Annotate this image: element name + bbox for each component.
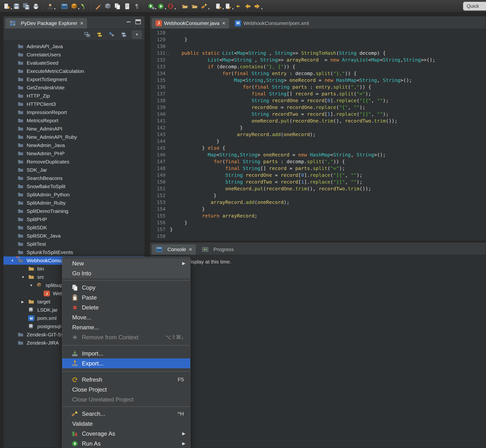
dropdown-arrow-icon[interactable]: ▾ bbox=[174, 7, 176, 10]
close-icon[interactable]: × bbox=[80, 20, 83, 26]
tree-item-getzendeskvote[interactable]: GetZendeskVote bbox=[3, 84, 145, 92]
maximize-icon[interactable] bbox=[135, 19, 141, 25]
tree-item-impressionreport[interactable]: ImpressionReport bbox=[3, 108, 145, 116]
tree-item-metricsreport[interactable]: MetricsReport bbox=[3, 116, 145, 125]
tree-item-splunktosplitevents[interactable]: SplunkToSplitEvents bbox=[3, 248, 145, 256]
tree-item-removeduplicates[interactable]: RemoveDuplicates bbox=[3, 158, 145, 166]
tree-item-exporttosegment[interactable]: ExportToSegment bbox=[3, 75, 145, 84]
menu-item-move[interactable]: Move... bbox=[62, 312, 190, 322]
save-icon[interactable] bbox=[12, 2, 21, 11]
menu-item-validate[interactable]: Validate bbox=[62, 419, 190, 429]
tree-item-evaluateseed[interactable]: EvaluateSeed bbox=[3, 59, 145, 67]
expand-arrow-icon[interactable]: ▼ bbox=[21, 275, 25, 279]
menu-item-coverage-as[interactable]: Coverage As▶ bbox=[62, 429, 190, 439]
menu-item-import[interactable]: Import... bbox=[62, 348, 190, 358]
show-whitespace-icon[interactable]: ¶ bbox=[132, 2, 141, 11]
tree-item-splittest[interactable]: SplitTest bbox=[3, 240, 145, 248]
menu-item-rename[interactable]: Rename... bbox=[62, 322, 190, 332]
tree-item-searchbeacons[interactable]: SearchBeacons bbox=[3, 174, 145, 182]
code-token: String bbox=[251, 71, 269, 76]
forward-icon[interactable]: ▾ bbox=[253, 2, 262, 11]
previous-edit-icon[interactable] bbox=[234, 2, 242, 11]
collapse-all-icon[interactable] bbox=[84, 31, 91, 39]
back-icon[interactable] bbox=[243, 2, 252, 11]
code-editor[interactable]: 128129 }130131 public static List<Map<St… bbox=[150, 29, 486, 241]
tree-item-splitphp[interactable]: SplitPHP bbox=[3, 215, 145, 224]
line-number: 156 bbox=[150, 220, 170, 226]
menu-item-close-project[interactable]: Close Project bbox=[62, 384, 190, 394]
tree-item-httpclient3[interactable]: HTTPClient3 bbox=[3, 100, 145, 108]
tree-item-splitadmin-ruby[interactable]: SplitAdmin_Ruby bbox=[3, 199, 145, 207]
tab-progress[interactable]: Progress bbox=[198, 244, 238, 255]
tree-item-splitdemotraining[interactable]: SplitDemoTraining bbox=[3, 207, 145, 215]
tree-item-correlateusers[interactable]: CorrelateUsers bbox=[3, 51, 145, 59]
user-profile-icon[interactable]: ▾ bbox=[46, 2, 55, 11]
tree-item-sdk-jar[interactable]: SDK_Jar bbox=[3, 166, 145, 174]
debug-icon[interactable]: ▾ bbox=[166, 2, 175, 11]
menu-item-copy[interactable]: Copy bbox=[62, 283, 190, 293]
bookmark-icon[interactable]: ▾ bbox=[224, 2, 233, 11]
quick-access-input[interactable]: Quick bbox=[463, 2, 486, 11]
tree-item-adminapi-java[interactable]: AdminAPI_Java bbox=[3, 42, 145, 51]
code-token: String bbox=[383, 57, 400, 63]
tree-item-new-adminapi[interactable]: New_AdminAPI bbox=[3, 125, 145, 133]
duplicate-icon[interactable] bbox=[113, 2, 122, 11]
tree-item-http-zip[interactable]: HTTP_Zip bbox=[3, 92, 145, 100]
tree-item-executemetriccalculation[interactable]: ExecuteMetricCalculation bbox=[3, 67, 145, 75]
new-package-icon[interactable]: ▾ bbox=[70, 2, 79, 11]
print-icon[interactable] bbox=[32, 2, 40, 11]
external-tools-icon[interactable]: ▾ bbox=[147, 2, 155, 11]
expand-arrow-icon[interactable]: ▼ bbox=[30, 283, 33, 287]
close-icon[interactable]: × bbox=[222, 20, 225, 26]
expand-arrow-icon[interactable]: ▶ bbox=[21, 300, 24, 304]
tab-console[interactable]: Console × bbox=[151, 244, 196, 255]
console-view-icon[interactable] bbox=[60, 2, 69, 11]
code-token: ArrayList bbox=[342, 57, 368, 63]
pydev-icon[interactable] bbox=[80, 2, 88, 11]
tab-webhookconsumer-java[interactable]: J WebhookConsumer.java × bbox=[151, 18, 229, 29]
dropdown-arrow-icon[interactable]: ▾ bbox=[261, 7, 263, 10]
tree-item-splitadmin-python[interactable]: SplitAdmin_Python bbox=[3, 191, 145, 199]
menu-item-new[interactable]: New▶ bbox=[62, 258, 190, 268]
pen-icon[interactable] bbox=[94, 2, 103, 11]
minimize-icon[interactable] bbox=[126, 19, 131, 25]
tree-item-new-adminapi-ruby[interactable]: New_AdminAPI_Ruby bbox=[3, 133, 145, 141]
view-menu-icon[interactable]: ▼ bbox=[132, 31, 142, 39]
line-number: 132 bbox=[150, 57, 170, 64]
tree-item-splitsdk[interactable]: SplitSDK bbox=[3, 224, 145, 232]
dropdown-arrow-icon[interactable]: ▾ bbox=[208, 7, 210, 10]
menu-item-run-as[interactable]: Run As▶ bbox=[62, 439, 190, 448]
new-wizard-icon[interactable]: ▾ bbox=[2, 2, 11, 11]
code-token: ); bbox=[383, 98, 389, 104]
menu-item-paste[interactable]: Paste bbox=[62, 293, 190, 303]
highlighter-icon[interactable]: ▾ bbox=[200, 2, 209, 11]
tree-item-newadmin-java[interactable]: NewAdmin_Java bbox=[3, 141, 145, 149]
save-all-icon[interactable] bbox=[22, 2, 31, 11]
customize-view-icon[interactable] bbox=[120, 31, 128, 39]
project-icon bbox=[17, 241, 24, 248]
menu-item-export[interactable]: Export... bbox=[62, 358, 190, 368]
package-presentation-icon[interactable] bbox=[108, 31, 116, 39]
close-icon[interactable]: × bbox=[189, 247, 192, 252]
document-icon[interactable] bbox=[123, 2, 131, 11]
menu-item-search[interactable]: Search...^H bbox=[62, 409, 190, 419]
annotation-icon[interactable]: ▾ bbox=[214, 2, 223, 11]
tree-item-snowflaketosplit[interactable]: SnowflakeToSplit bbox=[3, 182, 145, 191]
tab-webhookconsumer-pom-xml[interactable]: M WebhookConsumer/pom.xml bbox=[231, 18, 313, 29]
dropdown-arrow-icon[interactable]: ▾ bbox=[54, 7, 56, 10]
menu-item-go-into[interactable]: Go Into bbox=[62, 268, 190, 278]
link-with-editor-icon[interactable] bbox=[96, 31, 104, 39]
tree-item-newadmin-php[interactable]: NewAdmin_PHP bbox=[3, 149, 145, 158]
fold-marker-icon[interactable] bbox=[166, 52, 170, 55]
submenu-arrow-icon: ▶ bbox=[182, 261, 185, 266]
expand-arrow-icon[interactable]: ▼ bbox=[11, 259, 14, 263]
module-icon[interactable] bbox=[104, 2, 112, 11]
run-icon[interactable]: ▾ bbox=[156, 2, 165, 11]
tree-item-splitsdk-java[interactable]: SplitSDK_Java bbox=[3, 232, 145, 240]
menu-item-delete[interactable]: Delete bbox=[62, 303, 190, 312]
open-folder-icon[interactable] bbox=[180, 2, 189, 11]
tab-pydev-package-explorer[interactable]: PyDev Package Explorer × bbox=[5, 18, 88, 29]
menu-item-refresh[interactable]: RefreshF5 bbox=[62, 375, 190, 384]
code-token: "}]" bbox=[360, 111, 371, 117]
open-resource-icon[interactable] bbox=[190, 2, 199, 11]
